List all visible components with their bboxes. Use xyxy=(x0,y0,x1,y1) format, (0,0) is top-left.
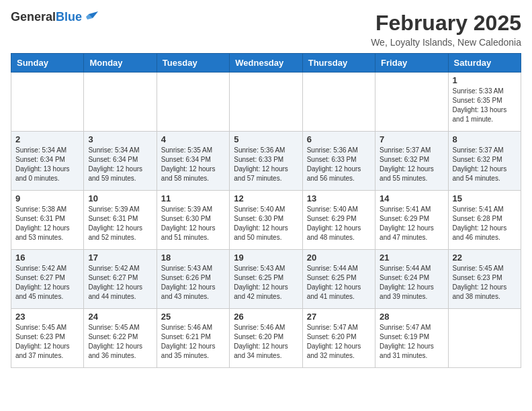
calendar-cell: 12Sunrise: 5:40 AM Sunset: 6:30 PM Dayli… xyxy=(230,191,302,250)
calendar-cell xyxy=(302,73,375,132)
calendar-cell: 27Sunrise: 5:47 AM Sunset: 6:20 PM Dayli… xyxy=(302,309,375,368)
calendar-cell: 2Sunrise: 5:34 AM Sunset: 6:34 PM Daylig… xyxy=(11,132,84,191)
weekday-header-monday: Monday xyxy=(84,54,157,73)
day-number: 21 xyxy=(380,253,443,263)
calendar-cell: 14Sunrise: 5:41 AM Sunset: 6:29 PM Dayli… xyxy=(375,191,448,250)
location-title: We, Loyalty Islands, New Caledonia xyxy=(371,37,521,48)
day-info: Sunrise: 5:36 AM Sunset: 6:33 PM Dayligh… xyxy=(307,146,371,183)
day-number: 2 xyxy=(15,134,79,144)
calendar-cell: 24Sunrise: 5:45 AM Sunset: 6:22 PM Dayli… xyxy=(84,309,157,368)
day-number: 27 xyxy=(307,312,371,322)
calendar-cell: 10Sunrise: 5:39 AM Sunset: 6:31 PM Dayli… xyxy=(84,191,157,250)
day-info: Sunrise: 5:39 AM Sunset: 6:30 PM Dayligh… xyxy=(161,205,225,242)
day-info: Sunrise: 5:39 AM Sunset: 6:31 PM Dayligh… xyxy=(88,205,152,242)
day-info: Sunrise: 5:35 AM Sunset: 6:34 PM Dayligh… xyxy=(161,146,225,183)
calendar-cell xyxy=(375,73,448,132)
title-block: February 2025 We, Loyalty Islands, New C… xyxy=(371,11,521,48)
calendar-cell: 26Sunrise: 5:46 AM Sunset: 6:20 PM Dayli… xyxy=(230,309,302,368)
calendar-cell: 4Sunrise: 5:35 AM Sunset: 6:34 PM Daylig… xyxy=(157,132,229,191)
weekday-header-saturday: Saturday xyxy=(448,54,521,73)
day-number: 28 xyxy=(380,312,443,322)
day-info: Sunrise: 5:43 AM Sunset: 6:25 PM Dayligh… xyxy=(234,264,298,302)
calendar-cell: 20Sunrise: 5:44 AM Sunset: 6:25 PM Dayli… xyxy=(302,250,375,309)
calendar-week-2: 2Sunrise: 5:34 AM Sunset: 6:34 PM Daylig… xyxy=(11,132,521,191)
day-number: 24 xyxy=(88,312,152,322)
day-info: Sunrise: 5:37 AM Sunset: 6:32 PM Dayligh… xyxy=(453,146,517,183)
page-header: GeneralBlue February 2025 We, Loyalty Is… xyxy=(11,11,521,48)
day-number: 26 xyxy=(234,312,298,322)
day-number: 16 xyxy=(15,253,79,263)
day-info: Sunrise: 5:38 AM Sunset: 6:31 PM Dayligh… xyxy=(15,205,79,242)
day-number: 5 xyxy=(234,134,298,144)
day-info: Sunrise: 5:33 AM Sunset: 6:35 PM Dayligh… xyxy=(453,87,517,124)
day-number: 7 xyxy=(380,134,443,144)
calendar-cell: 25Sunrise: 5:46 AM Sunset: 6:21 PM Dayli… xyxy=(157,309,229,368)
calendar-cell xyxy=(448,309,521,368)
day-number: 23 xyxy=(15,312,79,322)
calendar-cell: 16Sunrise: 5:42 AM Sunset: 6:27 PM Dayli… xyxy=(11,250,84,309)
day-number: 4 xyxy=(161,134,225,144)
weekday-header-row: SundayMondayTuesdayWednesdayThursdayFrid… xyxy=(11,54,521,73)
day-info: Sunrise: 5:42 AM Sunset: 6:27 PM Dayligh… xyxy=(15,264,79,302)
calendar-cell: 21Sunrise: 5:44 AM Sunset: 6:24 PM Dayli… xyxy=(375,250,448,309)
day-info: Sunrise: 5:41 AM Sunset: 6:29 PM Dayligh… xyxy=(380,205,443,242)
calendar-cell: 28Sunrise: 5:47 AM Sunset: 6:19 PM Dayli… xyxy=(375,309,448,368)
day-number: 15 xyxy=(453,193,517,203)
day-number: 8 xyxy=(453,134,517,144)
calendar-cell: 8Sunrise: 5:37 AM Sunset: 6:32 PM Daylig… xyxy=(448,132,521,191)
day-info: Sunrise: 5:43 AM Sunset: 6:26 PM Dayligh… xyxy=(161,264,225,302)
day-info: Sunrise: 5:34 AM Sunset: 6:34 PM Dayligh… xyxy=(15,146,79,183)
calendar-table: SundayMondayTuesdayWednesdayThursdayFrid… xyxy=(11,53,521,368)
calendar-cell: 1Sunrise: 5:33 AM Sunset: 6:35 PM Daylig… xyxy=(448,73,521,132)
logo-line2: Blue xyxy=(56,10,82,24)
day-info: Sunrise: 5:45 AM Sunset: 6:23 PM Dayligh… xyxy=(453,264,517,302)
weekday-header-sunday: Sunday xyxy=(11,54,84,73)
day-info: Sunrise: 5:40 AM Sunset: 6:29 PM Dayligh… xyxy=(307,205,371,242)
calendar-cell xyxy=(157,73,229,132)
day-number: 14 xyxy=(380,193,443,203)
weekday-header-friday: Friday xyxy=(375,54,448,73)
calendar-cell: 6Sunrise: 5:36 AM Sunset: 6:33 PM Daylig… xyxy=(302,132,375,191)
day-info: Sunrise: 5:46 AM Sunset: 6:20 PM Dayligh… xyxy=(234,323,298,361)
day-number: 3 xyxy=(88,134,152,144)
day-number: 9 xyxy=(15,193,79,203)
day-number: 20 xyxy=(307,253,371,263)
day-info: Sunrise: 5:46 AM Sunset: 6:21 PM Dayligh… xyxy=(161,323,225,361)
weekday-header-tuesday: Tuesday xyxy=(157,54,229,73)
day-info: Sunrise: 5:37 AM Sunset: 6:32 PM Dayligh… xyxy=(380,146,443,183)
day-number: 18 xyxy=(161,253,225,263)
calendar-week-1: 1Sunrise: 5:33 AM Sunset: 6:35 PM Daylig… xyxy=(11,73,521,132)
logo-line1: General xyxy=(11,10,56,24)
calendar-cell: 3Sunrise: 5:34 AM Sunset: 6:34 PM Daylig… xyxy=(84,132,157,191)
day-number: 1 xyxy=(453,75,517,85)
day-info: Sunrise: 5:47 AM Sunset: 6:19 PM Dayligh… xyxy=(380,323,443,361)
day-number: 19 xyxy=(234,253,298,263)
day-info: Sunrise: 5:42 AM Sunset: 6:27 PM Dayligh… xyxy=(88,264,152,302)
calendar-cell xyxy=(84,73,157,132)
calendar-cell: 9Sunrise: 5:38 AM Sunset: 6:31 PM Daylig… xyxy=(11,191,84,250)
day-number: 10 xyxy=(88,193,152,203)
month-title: February 2025 xyxy=(371,11,521,36)
calendar-cell: 17Sunrise: 5:42 AM Sunset: 6:27 PM Dayli… xyxy=(84,250,157,309)
day-info: Sunrise: 5:36 AM Sunset: 6:33 PM Dayligh… xyxy=(234,146,298,183)
day-number: 6 xyxy=(307,134,371,144)
day-info: Sunrise: 5:44 AM Sunset: 6:25 PM Dayligh… xyxy=(307,264,371,302)
day-info: Sunrise: 5:45 AM Sunset: 6:23 PM Dayligh… xyxy=(15,323,79,361)
day-info: Sunrise: 5:41 AM Sunset: 6:28 PM Dayligh… xyxy=(453,205,517,242)
calendar-cell: 15Sunrise: 5:41 AM Sunset: 6:28 PM Dayli… xyxy=(448,191,521,250)
day-info: Sunrise: 5:40 AM Sunset: 6:30 PM Dayligh… xyxy=(234,205,298,242)
weekday-header-wednesday: Wednesday xyxy=(230,54,302,73)
day-number: 25 xyxy=(161,312,225,322)
weekday-header-thursday: Thursday xyxy=(302,54,375,73)
day-number: 13 xyxy=(307,193,371,203)
day-number: 12 xyxy=(234,193,298,203)
calendar-cell: 7Sunrise: 5:37 AM Sunset: 6:32 PM Daylig… xyxy=(375,132,448,191)
calendar-cell: 11Sunrise: 5:39 AM Sunset: 6:30 PM Dayli… xyxy=(157,191,229,250)
calendar-cell xyxy=(230,73,302,132)
calendar-cell: 5Sunrise: 5:36 AM Sunset: 6:33 PM Daylig… xyxy=(230,132,302,191)
day-number: 11 xyxy=(161,193,225,203)
day-info: Sunrise: 5:44 AM Sunset: 6:24 PM Dayligh… xyxy=(380,264,443,302)
calendar-cell: 13Sunrise: 5:40 AM Sunset: 6:29 PM Dayli… xyxy=(302,191,375,250)
calendar-cell xyxy=(11,73,84,132)
calendar-week-5: 23Sunrise: 5:45 AM Sunset: 6:23 PM Dayli… xyxy=(11,309,521,368)
